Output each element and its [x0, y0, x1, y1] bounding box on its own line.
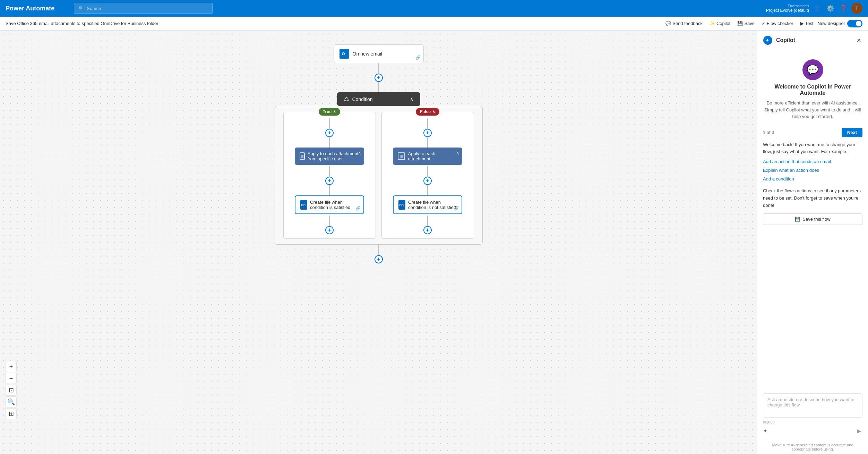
notifications-button[interactable]: 👤: [812, 3, 822, 14]
add-true-bot-button[interactable]: +: [325, 226, 334, 234]
copilot-header: ✦ Copilot ✕: [757, 31, 868, 50]
save-flow-icon: 💾: [795, 217, 800, 222]
avatar[interactable]: T: [851, 3, 862, 14]
true-loop-label: Apply to each attachment from specific u…: [308, 151, 359, 161]
add-false-bot-button[interactable]: +: [423, 226, 432, 234]
connector-after-branch: +: [375, 245, 383, 263]
true-branch-label[interactable]: True ∧: [319, 108, 340, 116]
secondary-actions: 💬 Send feedback ✨ Copilot 💾 Save ✓ Flow …: [663, 19, 862, 27]
send-feedback-button[interactable]: 💬 Send feedback: [663, 19, 705, 27]
help-button[interactable]: ❓: [838, 3, 849, 14]
copilot-footer-note: Make sure AI-generated content is accura…: [757, 440, 868, 454]
true-expand-icon: ∧: [333, 109, 336, 114]
connector-1: +: [375, 63, 383, 92]
onedrive-icon-true: OD: [300, 200, 307, 210]
secondary-bar: Save Office 365 email attachments to spe…: [0, 17, 868, 31]
copilot-button[interactable]: ✨ Copilot: [707, 19, 733, 27]
add-false-top-button[interactable]: +: [423, 129, 432, 137]
copilot-message: Welcome back! If you want me to change y…: [763, 141, 862, 184]
environment-info: Environments Project Evolve (default): [766, 4, 809, 13]
new-designer-toggle[interactable]: [847, 20, 862, 27]
true-create-file-node[interactable]: OD Create file when condition is satisfi…: [295, 195, 364, 214]
canvas-controls: + − ⊡ 🔍 ⊞: [6, 361, 17, 419]
copilot-input[interactable]: [763, 393, 862, 418]
true-line-3: [329, 166, 330, 177]
false-loop-label: Apply to each attachment: [408, 151, 457, 161]
copilot-pagination: 1 of 3 Next: [763, 128, 862, 137]
outlook-icon: O: [340, 49, 349, 59]
test-button[interactable]: ▶ Test: [798, 19, 816, 27]
settings-button[interactable]: ⚙️: [825, 3, 835, 14]
false-create-file-label: Create file when condition is not satisf…: [408, 200, 457, 210]
suggestion-item-1[interactable]: Add an action that sends an email: [763, 158, 862, 166]
false-loop-expand[interactable]: ∧: [456, 150, 459, 155]
connector-false-mid: +: [423, 166, 432, 195]
search-bar[interactable]: 🔍: [74, 3, 213, 14]
connector-true-mid: +: [325, 166, 334, 195]
suggestion-item-3[interactable]: Add a condition: [763, 175, 862, 184]
add-after-trigger-button[interactable]: +: [375, 74, 383, 82]
flow-checker-button[interactable]: ✓ Flow checker: [759, 19, 796, 27]
false-loop-node[interactable]: ⊞ Apply to each attachment ∧: [393, 148, 462, 165]
app-name: Power Automate: [6, 5, 54, 12]
false-create-link-icon: 🔗: [454, 206, 459, 211]
false-line-4: [427, 185, 428, 195]
condition-node[interactable]: ⚖ Condition ∧: [337, 92, 420, 106]
flow-canvas[interactable]: + − ⊡ 🔍 ⊞ O On new email 🔗 +: [0, 31, 757, 454]
zoom-in-button[interactable]: +: [6, 361, 17, 372]
nav-right-actions: Environments Project Evolve (default) 👤 …: [766, 3, 862, 14]
env-name: Project Evolve (default): [766, 8, 809, 13]
page-indicator: 1 of 3: [763, 130, 774, 135]
add-true-top-button[interactable]: +: [325, 129, 334, 137]
search-canvas-button[interactable]: 🔍: [6, 396, 17, 407]
copilot-panel: ✦ Copilot ✕ 💬 Welcome to Copilot in Powe…: [757, 31, 868, 454]
connector-true-top: +: [325, 118, 334, 148]
onedrive-icon-false: OD: [398, 200, 405, 210]
condition-expand-button[interactable]: ∧: [410, 96, 413, 102]
add-after-branch-button[interactable]: +: [375, 255, 383, 263]
false-create-file-node[interactable]: OD Create file when condition is not sat…: [393, 195, 462, 214]
copilot-content: 💬 Welcome to Copilot in Power Automate B…: [757, 50, 868, 389]
spark-icon: ✦: [763, 428, 767, 434]
save-this-flow-button[interactable]: 💾 Save this flow: [763, 213, 862, 225]
trigger-node[interactable]: O On new email 🔗: [334, 44, 424, 63]
connector-false-top: +: [423, 118, 432, 148]
copilot-welcome-title: Welcome to Copilot in Power Automate: [763, 84, 862, 96]
save-button[interactable]: 💾 Save: [734, 19, 757, 27]
suggestion-item-2[interactable]: Explain what an action does: [763, 166, 862, 175]
add-true-mid-button[interactable]: +: [325, 177, 334, 185]
connector-false-bot: +: [423, 216, 432, 234]
connector-line-2: [378, 82, 379, 92]
true-line-5: [329, 216, 330, 226]
copilot-icon: ✨: [710, 21, 715, 26]
copilot-close-button[interactable]: ✕: [855, 36, 862, 45]
main-container: + − ⊡ 🔍 ⊞ O On new email 🔗 +: [0, 31, 868, 454]
false-line-5: [427, 216, 428, 226]
true-loop-expand[interactable]: ∧: [358, 150, 361, 155]
true-line-2: [329, 137, 330, 148]
true-create-link-icon: 🔗: [355, 206, 361, 211]
search-input[interactable]: [87, 6, 208, 11]
false-branch-label[interactable]: False ∧: [416, 108, 439, 116]
false-expand-icon: ∧: [432, 109, 435, 114]
copilot-send-button[interactable]: ▶: [856, 426, 862, 436]
svg-text:✦: ✦: [765, 37, 770, 43]
char-count: 0/2000: [763, 420, 862, 424]
fit-button[interactable]: ⊡: [6, 385, 17, 396]
zoom-out-button[interactable]: −: [6, 373, 17, 384]
add-false-mid-button[interactable]: +: [423, 177, 432, 185]
condition-icon: ⚖: [344, 96, 349, 102]
true-loop-node[interactable]: ⊞ Apply to each attachment from specific…: [295, 148, 364, 165]
true-line-1: [329, 118, 330, 129]
copilot-input-area: 0/2000 ✦ ▶: [757, 389, 868, 440]
minimap-button[interactable]: ⊞: [6, 408, 17, 419]
svg-text:OD: OD: [399, 203, 404, 207]
connector-true-bot: +: [325, 216, 334, 234]
false-branch: False ∧ + ⊞ Apply to each attachment ∧: [381, 112, 474, 239]
trigger-link-icon: 🔗: [415, 55, 421, 60]
post-branch-line: [378, 245, 379, 255]
top-navigation: Power Automate 🔍 Environments Project Ev…: [0, 0, 868, 17]
copilot-next-button[interactable]: Next: [842, 128, 862, 137]
copilot-logo: ✦: [763, 35, 773, 45]
true-line-4: [329, 185, 330, 195]
